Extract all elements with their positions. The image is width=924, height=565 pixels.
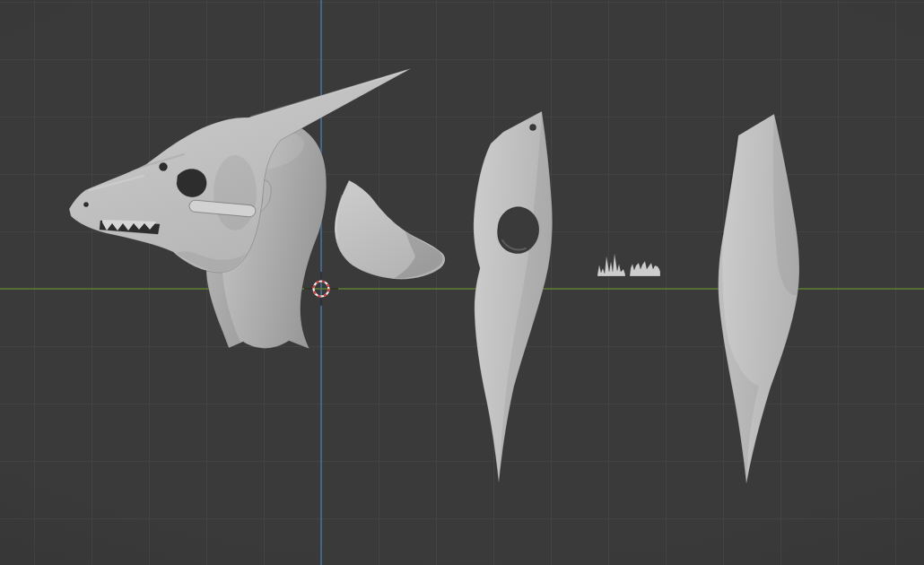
side-panel-plain-mesh[interactable] (719, 114, 799, 484)
teeth-strip-left[interactable] (597, 253, 625, 276)
eye-socket-hole (177, 170, 206, 197)
mask-back-shadow (214, 155, 257, 230)
panel1-oval-hole (498, 207, 539, 254)
nostril-hole (83, 202, 88, 206)
3d-viewport[interactable] (0, 0, 924, 565)
mesh-side-panel-plain[interactable] (719, 114, 799, 484)
mesh-side-panel-with-hole[interactable] (474, 111, 553, 483)
scene-svg (0, 0, 924, 565)
panel1-small-hole (530, 125, 536, 131)
small-skull-hole (160, 163, 168, 171)
mesh-teeth-strip[interactable] (597, 253, 660, 276)
mesh-ear-horn-piece[interactable] (335, 180, 445, 279)
teeth-strip-right[interactable] (630, 261, 660, 276)
